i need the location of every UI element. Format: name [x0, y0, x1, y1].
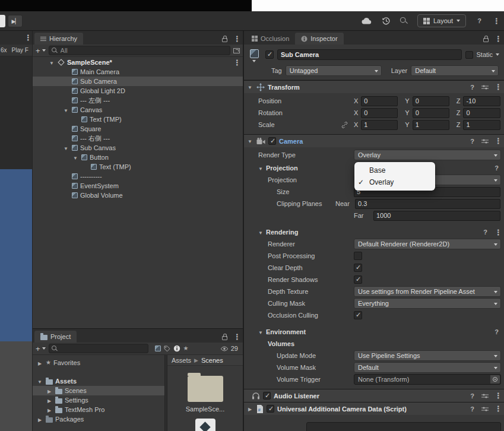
audio-listener-header[interactable]: Audio Listener ? ⋮	[244, 389, 504, 402]
history-icon[interactable]	[382, 17, 391, 25]
tree-item-selected[interactable]: Sub Camera	[33, 77, 243, 86]
tree-item[interactable]: Square	[33, 124, 243, 134]
script-field-partial[interactable]	[306, 422, 501, 431]
foldout-arrow[interactable]	[72, 154, 79, 161]
tree-item-settings[interactable]: Settings	[33, 395, 164, 405]
foldout-arrow[interactable]	[257, 165, 264, 172]
tree-item-packages[interactable]: Packages	[33, 414, 164, 424]
tab-inspector[interactable]: Inspector	[295, 33, 343, 45]
update-mode-dropdown[interactable]: Use Pipeline Settings	[354, 350, 501, 361]
volume-trigger-object-field[interactable]: None (Transform)	[354, 374, 501, 385]
scene-asset-thumbnail-partial[interactable]	[195, 419, 215, 431]
near-field[interactable]	[355, 199, 500, 209]
layer-dropdown[interactable]: Default	[411, 65, 499, 76]
folder-thumbnail[interactable]	[188, 376, 223, 402]
tag-dropdown[interactable]: Untagged	[286, 65, 382, 76]
popup-item-overlay[interactable]: Overlay	[354, 176, 435, 188]
lock-icon[interactable]	[222, 38, 227, 42]
tree-item-scene[interactable]: SampleScene* ⋮	[33, 58, 243, 67]
tree-item[interactable]: Button	[33, 153, 243, 162]
kebab-menu-icon[interactable]: ⋮	[495, 229, 500, 236]
culling-mask-dropdown[interactable]: Everything	[354, 298, 501, 309]
tree-item[interactable]: Sub Canvas	[33, 143, 243, 153]
rotation-z-field[interactable]	[463, 108, 500, 118]
camera-header[interactable]: Camera ? ⋮	[244, 134, 504, 147]
static-checkbox[interactable]	[465, 51, 473, 59]
link-constrain-icon[interactable]	[341, 122, 354, 128]
kebab-menu-icon[interactable]: ⋮	[495, 405, 500, 413]
preset-icon[interactable]	[481, 138, 489, 144]
popup-item-base[interactable]: Base	[354, 164, 435, 176]
far-field[interactable]	[373, 211, 500, 221]
kebab-menu-icon[interactable]: ⋮	[495, 137, 500, 145]
foldout-arrow[interactable]	[246, 405, 253, 412]
post-processing-checkbox[interactable]	[354, 252, 362, 260]
foldout-arrow[interactable]	[246, 138, 253, 144]
search-by-label-icon[interactable]	[164, 346, 170, 352]
pause-button-partial[interactable]	[0, 15, 5, 27]
component-enabled-checkbox[interactable]	[268, 137, 276, 145]
kebab-menu-icon[interactable]: ⋮	[495, 392, 500, 400]
camera-data-header[interactable]: # Universal Additional Camera Data (Scri…	[244, 402, 504, 415]
help-icon[interactable]: ?	[482, 229, 489, 236]
tree-item[interactable]: Global Volume	[33, 191, 243, 200]
tree-item[interactable]: ----------	[33, 172, 243, 181]
occlusion-culling-checkbox[interactable]	[354, 311, 362, 319]
preset-icon[interactable]	[481, 84, 489, 90]
layout-dropdown[interactable]: Layout	[417, 14, 466, 27]
position-x-field[interactable]	[361, 96, 398, 106]
breadcrumb-scenes[interactable]: Scenes	[201, 357, 223, 364]
gameobject-big-icon[interactable]	[249, 48, 262, 61]
foldout-arrow[interactable]	[257, 229, 264, 236]
foldout-arrow[interactable]	[62, 145, 69, 151]
help-icon[interactable]: ?	[476, 17, 483, 24]
rendering-section-header[interactable]: Rendering ? ⋮	[244, 226, 504, 238]
foldout-arrow[interactable]	[246, 84, 253, 90]
depth-texture-dropdown[interactable]: Use settings from Render Pipeline Asset	[354, 286, 501, 297]
tree-item-assets[interactable]: Assets	[33, 376, 164, 386]
foldout-arrow[interactable]	[46, 388, 53, 394]
preset-icon[interactable]	[481, 406, 489, 412]
component-enabled-checkbox[interactable]	[263, 392, 271, 400]
scale-y-field[interactable]	[413, 120, 449, 130]
picker-window-icon[interactable]	[233, 48, 240, 53]
tree-item-favorites[interactable]: ★Favorites	[33, 358, 164, 367]
help-icon[interactable]: ?	[493, 328, 500, 335]
foldout-arrow[interactable]	[36, 360, 43, 366]
scale-x-field[interactable]	[361, 120, 398, 130]
tree-item[interactable]: Canvas	[33, 105, 243, 115]
rotation-x-field[interactable]	[361, 108, 398, 118]
foldout-arrow[interactable]	[46, 397, 53, 404]
game-scale-label[interactable]: 6x	[1, 47, 7, 53]
lock-icon[interactable]	[222, 336, 227, 340]
tree-item[interactable]: --- 右側 ---	[33, 134, 243, 143]
kebab-menu-icon[interactable]: ⋮	[233, 59, 239, 66]
render-type-dropdown[interactable]: Overlay	[354, 150, 501, 160]
cloud-icon[interactable]	[362, 17, 372, 24]
rotation-y-field[interactable]	[413, 108, 449, 118]
help-icon[interactable]: ?	[469, 138, 476, 145]
tree-item-textmeshpro[interactable]: TextMesh Pro	[33, 405, 164, 414]
chevron-down-icon[interactable]	[496, 53, 499, 56]
help-icon[interactable]: ?	[469, 392, 476, 400]
step-button[interactable]: ▶▏	[8, 15, 23, 27]
search-icon[interactable]	[400, 17, 408, 24]
preset-icon[interactable]	[481, 393, 489, 399]
project-search[interactable]	[49, 344, 148, 353]
render-shadows-checkbox[interactable]	[354, 275, 362, 284]
breadcrumb-assets[interactable]: Assets	[172, 357, 191, 364]
play-focused-dropdown[interactable]: Play F	[12, 47, 28, 53]
save-search-star-icon[interactable]: ★	[183, 346, 189, 351]
tab-occlusion[interactable]: Occlusion	[246, 33, 295, 45]
tab-hierarchy[interactable]: Hierarchy	[34, 33, 83, 45]
position-z-field[interactable]	[463, 96, 500, 106]
help-icon[interactable]: ?	[493, 164, 500, 172]
kebab-menu-icon[interactable]: ⋮	[24, 34, 30, 42]
lock-icon[interactable]	[483, 38, 489, 42]
renderer-dropdown[interactable]: Default Renderer (Renderer2D)	[354, 239, 501, 249]
tree-item-scenes[interactable]: Scenes	[33, 386, 164, 395]
position-y-field[interactable]	[413, 96, 449, 106]
hierarchy-search[interactable]	[49, 46, 230, 55]
kebab-menu-icon[interactable]: ⋮	[493, 17, 498, 25]
help-icon[interactable]: ?	[469, 84, 476, 91]
